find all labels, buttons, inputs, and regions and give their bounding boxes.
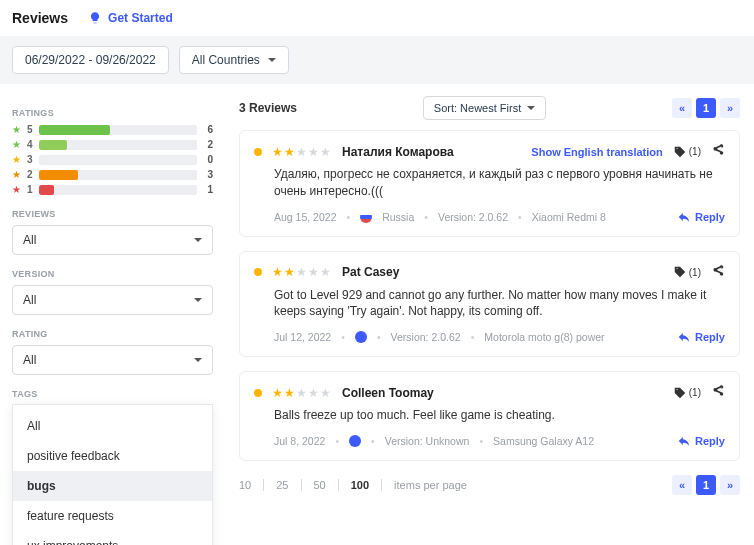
countries-value: All Countries: [192, 53, 260, 67]
show-translation-button[interactable]: Show English translation: [531, 146, 662, 158]
review-text: Got to Level 929 and cannot go any furth…: [274, 287, 725, 321]
pager-prev[interactable]: «: [672, 475, 692, 495]
tags-section-label: Tags: [12, 389, 213, 399]
chevron-down-icon: [527, 106, 535, 110]
rating-count: 2: [203, 139, 213, 150]
review-device: Xiaomi Redmi 8: [532, 211, 606, 223]
perpage-label: items per page: [394, 479, 467, 491]
pager-page-1[interactable]: 1: [696, 475, 716, 495]
chevron-down-icon: [194, 298, 202, 302]
share-button[interactable]: [711, 384, 725, 401]
tag-count[interactable]: (1): [673, 386, 701, 400]
reviews-select[interactable]: All: [12, 225, 213, 255]
reviews-section-label: Reviews: [12, 209, 213, 219]
review-stars: ★★★★★: [272, 145, 332, 159]
review-country: Russia: [382, 211, 414, 223]
rating-section-label: Rating: [12, 329, 213, 339]
pager-prev[interactable]: «: [672, 98, 692, 118]
tags-dropdown: Allpositive feedbackbugsfeature requests…: [12, 404, 213, 545]
tag-count-value: (1): [689, 387, 701, 398]
tag-icon: [673, 386, 687, 400]
rating-count: 1: [203, 184, 213, 195]
star-number: 5: [27, 124, 33, 135]
rating-count: 3: [203, 169, 213, 180]
pager-next[interactable]: »: [720, 475, 740, 495]
review-author: Наталия Комарова: [342, 145, 454, 159]
reviews-count: 3 Reviews: [239, 101, 297, 115]
chevron-down-icon: [268, 58, 276, 62]
review-version: Version: Unknown: [385, 435, 470, 447]
review-version: Version: 2.0.62: [438, 211, 508, 223]
tag-count[interactable]: (1): [673, 145, 701, 159]
perpage-option[interactable]: 10: [239, 479, 264, 491]
rating-bar-track: [39, 185, 197, 195]
review-device: Motorola moto g(8) power: [484, 331, 604, 343]
rating-bar-track: [39, 125, 197, 135]
tags-dropdown-item[interactable]: feature requests: [13, 501, 212, 531]
version-section-label: Version: [12, 269, 213, 279]
version-select-value: All: [23, 293, 36, 307]
review-version: Version: 2.0.62: [391, 331, 461, 343]
reply-button[interactable]: Reply: [677, 330, 725, 344]
unread-dot-icon: [254, 148, 262, 156]
star-icon: ★: [12, 184, 21, 195]
rating-select[interactable]: All: [12, 345, 213, 375]
chevron-down-icon: [194, 238, 202, 242]
countries-filter[interactable]: All Countries: [179, 46, 289, 74]
country-flag-icon: [349, 435, 361, 447]
review-card: ★★★★★ Наталия Комарова Show English tran…: [239, 130, 740, 237]
share-button[interactable]: [711, 143, 725, 160]
reply-button[interactable]: Reply: [677, 210, 725, 224]
tags-dropdown-item[interactable]: All: [13, 411, 212, 441]
star-icon: ★: [12, 124, 21, 135]
review-card: ★★★★★ Pat Casey (1) Got to Level 929 and…: [239, 251, 740, 358]
review-text: Удаляю, прогресс не сохраняется, и кажды…: [274, 166, 725, 200]
tags-dropdown-item[interactable]: positive feedback: [13, 441, 212, 471]
rating-bar-row[interactable]: ★ 5 6: [12, 124, 213, 135]
reply-icon: [677, 434, 691, 448]
share-icon: [711, 384, 725, 398]
share-button[interactable]: [711, 264, 725, 281]
rating-bar-row[interactable]: ★ 3 0: [12, 154, 213, 165]
perpage-option[interactable]: 50: [314, 479, 339, 491]
tag-count[interactable]: (1): [673, 265, 701, 279]
rating-bar-track: [39, 155, 197, 165]
rating-bar-track: [39, 170, 197, 180]
review-date: Jul 8, 2022: [274, 435, 325, 447]
ratings-section-label: Ratings: [12, 108, 213, 118]
rating-bar-row[interactable]: ★ 4 2: [12, 139, 213, 150]
rating-bar-row[interactable]: ★ 1 1: [12, 184, 213, 195]
review-card: ★★★★★ Colleen Toomay (1) Balls freeze up…: [239, 371, 740, 461]
pager-page-1[interactable]: 1: [696, 98, 716, 118]
reply-button[interactable]: Reply: [677, 434, 725, 448]
country-flag-icon: [360, 211, 372, 223]
tags-dropdown-item[interactable]: ux improvements: [13, 531, 212, 545]
reply-icon: [677, 330, 691, 344]
date-range-filter[interactable]: 06/29/2022 - 09/26/2022: [12, 46, 169, 74]
share-icon: [711, 264, 725, 278]
tags-dropdown-item[interactable]: bugs: [13, 471, 212, 501]
unread-dot-icon: [254, 268, 262, 276]
perpage-option[interactable]: 100: [351, 479, 382, 491]
review-device: Samsung Galaxy A12: [493, 435, 594, 447]
review-author: Colleen Toomay: [342, 386, 434, 400]
share-icon: [711, 143, 725, 157]
sort-select[interactable]: Sort: Newest First: [423, 96, 546, 120]
version-select[interactable]: All: [12, 285, 213, 315]
rating-bar-fill: [39, 140, 68, 150]
star-number: 1: [27, 184, 33, 195]
review-date: Jul 12, 2022: [274, 331, 331, 343]
pager-next[interactable]: »: [720, 98, 740, 118]
review-stars: ★★★★★: [272, 265, 332, 279]
page-title: Reviews: [12, 10, 68, 26]
get-started-label: Get Started: [108, 11, 173, 25]
star-icon: ★: [12, 139, 21, 150]
review-date: Aug 15, 2022: [274, 211, 336, 223]
rating-count: 6: [203, 124, 213, 135]
tag-icon: [673, 265, 687, 279]
rating-bar-row[interactable]: ★ 2 3: [12, 169, 213, 180]
get-started-button[interactable]: Get Started: [88, 11, 173, 25]
rating-select-value: All: [23, 353, 36, 367]
star-number: 2: [27, 169, 33, 180]
perpage-option[interactable]: 25: [276, 479, 301, 491]
